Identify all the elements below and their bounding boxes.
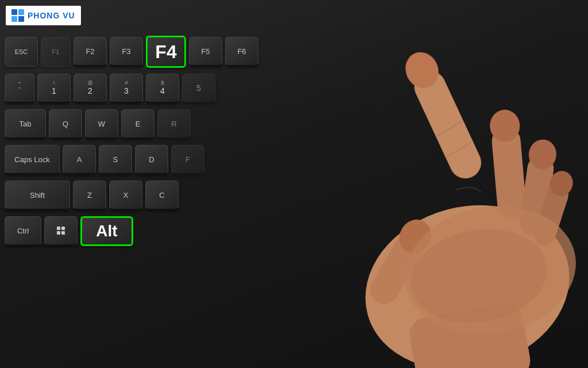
key-capslock[interactable]: Caps Lock [5,145,60,175]
bottom-key-row: Ctrl Alt [0,214,588,248]
key-c[interactable]: C [145,181,179,210]
key-4[interactable]: $ 4 [146,74,179,103]
logo-text: PHONG VU [28,11,75,20]
key-z[interactable]: Z [73,181,106,210]
key-d[interactable]: D [135,145,168,175]
fn-key-row: ESC F1 F2 F3 F4 F5 F6 [0,33,588,70]
key-f[interactable]: F [171,145,204,175]
key-q[interactable]: Q [49,109,82,139]
key-alt[interactable]: Alt [80,216,133,246]
key-esc[interactable]: ESC [5,37,38,67]
key-windows[interactable] [44,216,78,246]
key-ctrl[interactable]: Ctrl [5,216,41,246]
key-r[interactable]: R [157,109,191,139]
key-shift[interactable]: Shift [5,181,70,210]
zxcv-key-row: Shift Z X C [0,178,588,213]
key-5[interactable]: 5 [182,74,215,103]
key-1[interactable]: ! 1 [37,74,71,103]
key-f4[interactable]: F4 [146,36,186,68]
key-s[interactable]: S [99,145,132,175]
key-backtick[interactable]: ~ ` [5,74,34,103]
qwerty-key-row: Tab Q W E R [0,107,588,141]
keyboard-background: PHONG VU ESC F1 F2 F3 F4 F5 F6 ~ ` ! 1 [0,0,588,368]
phong-vu-logo: PHONG VU [6,6,81,25]
key-tab[interactable]: Tab [5,109,46,139]
key-x[interactable]: X [109,181,142,210]
asdf-key-row: Caps Lock A S D F [0,143,588,177]
windows-icon [57,227,65,235]
key-f6[interactable]: F6 [225,37,258,67]
key-f3[interactable]: F3 [110,37,143,67]
key-f2[interactable]: F2 [74,37,107,67]
key-3[interactable]: # 3 [110,74,143,103]
key-e[interactable]: E [121,109,154,139]
keyboard-layout: ESC F1 F2 F3 F4 F5 F6 ~ ` ! 1 @ 2 [0,0,588,368]
key-f1-partial[interactable]: F1 [41,37,71,67]
key-f5[interactable]: F5 [189,37,222,67]
key-2[interactable]: @ 2 [74,74,107,103]
key-a[interactable]: A [63,145,96,175]
number-key-row: ~ ` ! 1 @ 2 # 3 $ 4 5 [0,71,588,106]
logo-icon [11,9,24,22]
key-w[interactable]: W [85,109,118,139]
